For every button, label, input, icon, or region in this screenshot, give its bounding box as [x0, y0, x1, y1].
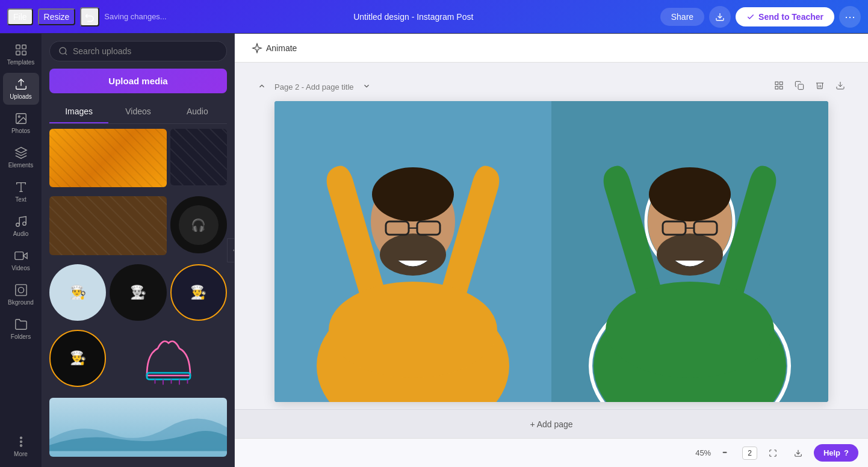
- text-label: Text: [15, 196, 26, 203]
- elements-label: Elements: [8, 162, 34, 169]
- help-button[interactable]: Help ?: [814, 444, 858, 462]
- topbar-right: Share Send to Teacher ⋯: [660, 6, 861, 28]
- sidebar-item-photos[interactable]: Photos: [3, 107, 39, 139]
- person-green-svg: [551, 101, 828, 402]
- page-dropdown-button[interactable]: [359, 81, 374, 93]
- svg-point-42: [329, 282, 497, 378]
- delete-page-button[interactable]: [811, 78, 828, 95]
- zoom-level: 45%: [695, 448, 711, 457]
- media-item[interactable]: 🎧: [170, 196, 227, 253]
- download-bottom-button[interactable]: [789, 444, 808, 463]
- tab-videos[interactable]: Videos: [108, 101, 167, 123]
- add-page-bar[interactable]: + Add page: [235, 409, 868, 438]
- sidebar-item-folders[interactable]: Folders: [3, 313, 39, 345]
- bottom-bar: 45% 2 Help ?: [235, 438, 868, 467]
- tab-audio[interactable]: Audio: [168, 101, 227, 123]
- grid-view-button[interactable]: [770, 78, 787, 95]
- media-item[interactable]: [170, 129, 227, 185]
- sidebar-item-audio[interactable]: Audio: [3, 210, 39, 242]
- svg-point-49: [649, 167, 731, 221]
- media-item[interactable]: [49, 196, 167, 255]
- file-menu-button[interactable]: File: [7, 8, 33, 25]
- svg-rect-32: [798, 84, 804, 90]
- upload-media-button[interactable]: Upload media: [49, 69, 227, 93]
- background-icon: [14, 283, 28, 297]
- share-button[interactable]: Share: [660, 8, 704, 26]
- sidebar-item-text[interactable]: Text: [3, 176, 39, 208]
- page-title-bar: Page 2 - Add page title: [244, 72, 858, 101]
- page-number-badge: 2: [742, 447, 757, 460]
- audio-label: Audio: [13, 230, 29, 237]
- folders-label: Folders: [11, 333, 31, 340]
- search-bar: [49, 41, 227, 61]
- media-item[interactable]: [49, 398, 227, 457]
- main-area: Templates Uploads Photos Elements Text A…: [0, 34, 868, 467]
- uploads-label: Uploads: [10, 93, 32, 100]
- add-page-button-label: + Add page: [530, 419, 572, 429]
- folders-icon: [14, 318, 28, 331]
- tab-images[interactable]: Images: [49, 101, 108, 123]
- elements-icon: [14, 146, 28, 159]
- saving-status: Saving changes...: [104, 12, 166, 21]
- uploads-icon: [14, 78, 28, 91]
- svg-point-37: [380, 234, 446, 276]
- text-icon: [14, 181, 28, 194]
- svg-rect-28: [775, 82, 778, 85]
- svg-rect-54: [723, 452, 727, 453]
- more-label: More: [14, 451, 28, 457]
- zoom-out-button[interactable]: [717, 444, 736, 463]
- chevron-left-icon: [231, 247, 235, 253]
- canvas-area: Animate Page 2 - Add page title: [235, 34, 868, 467]
- more-dots-icon: ⋯: [845, 10, 855, 23]
- sidebar-item-uploads[interactable]: Uploads: [3, 73, 39, 105]
- chef-hat-outline: [111, 332, 226, 386]
- copy-page-button[interactable]: [791, 78, 808, 95]
- help-label: Help: [823, 448, 840, 457]
- media-item[interactable]: [49, 129, 167, 187]
- media-item[interactable]: 👨‍🍳: [49, 264, 106, 321]
- media-item[interactable]: 👨‍🍳: [110, 264, 166, 321]
- svg-point-7: [18, 116, 20, 117]
- chevron-up-icon: [258, 82, 266, 90]
- svg-point-20: [60, 48, 66, 54]
- undo-button[interactable]: [80, 7, 99, 26]
- sidebar-item-elements[interactable]: Elements: [3, 141, 39, 173]
- animate-button[interactable]: Animate: [244, 39, 304, 57]
- photos-label: Photos: [11, 128, 30, 134]
- more-icon: [14, 435, 28, 448]
- export-page-button[interactable]: [832, 78, 849, 95]
- search-icon: [58, 46, 68, 56]
- canvas-container[interactable]: [274, 101, 828, 402]
- search-input[interactable]: [73, 46, 218, 56]
- trash-icon: [815, 81, 825, 90]
- sidebar-item-background[interactable]: Bkground: [3, 279, 39, 311]
- page-nav-up-button[interactable]: [254, 81, 270, 93]
- media-item[interactable]: 👨‍🍳: [170, 264, 227, 321]
- sidebar-item-templates[interactable]: Templates: [3, 39, 39, 70]
- sidebar-item-more[interactable]: More: [3, 430, 39, 462]
- page-title-text[interactable]: Page 2 - Add page title: [274, 82, 354, 91]
- download-button[interactable]: [709, 6, 731, 28]
- wave-decoration: [49, 398, 227, 457]
- videos-icon: [14, 249, 28, 262]
- media-item[interactable]: 👨‍🍳: [49, 330, 106, 386]
- checkmark-icon: [746, 13, 755, 21]
- background-label: Bkground: [8, 299, 34, 306]
- canvas-toolbar: Animate: [235, 34, 868, 63]
- media-item[interactable]: [110, 330, 227, 388]
- sidebar-item-videos[interactable]: Videos: [3, 244, 39, 276]
- panel-tabs: Images Videos Audio: [49, 101, 227, 124]
- resize-button[interactable]: Resize: [38, 8, 76, 25]
- svg-point-12: [22, 222, 26, 226]
- panel-collapse-button[interactable]: [227, 238, 235, 262]
- download-icon: [715, 12, 725, 22]
- more-options-button[interactable]: ⋯: [839, 6, 861, 28]
- svg-rect-30: [775, 86, 778, 89]
- canvas-panel-left: [274, 101, 551, 402]
- fullscreen-button[interactable]: [763, 444, 783, 463]
- document-title: Untitled design - Instagram Post: [174, 12, 653, 22]
- send-to-teacher-button[interactable]: Send to Teacher: [736, 7, 834, 26]
- canvas-scroll[interactable]: Page 2 - Add page title: [235, 63, 868, 409]
- svg-point-53: [606, 282, 774, 378]
- chevron-down-icon: [362, 82, 371, 90]
